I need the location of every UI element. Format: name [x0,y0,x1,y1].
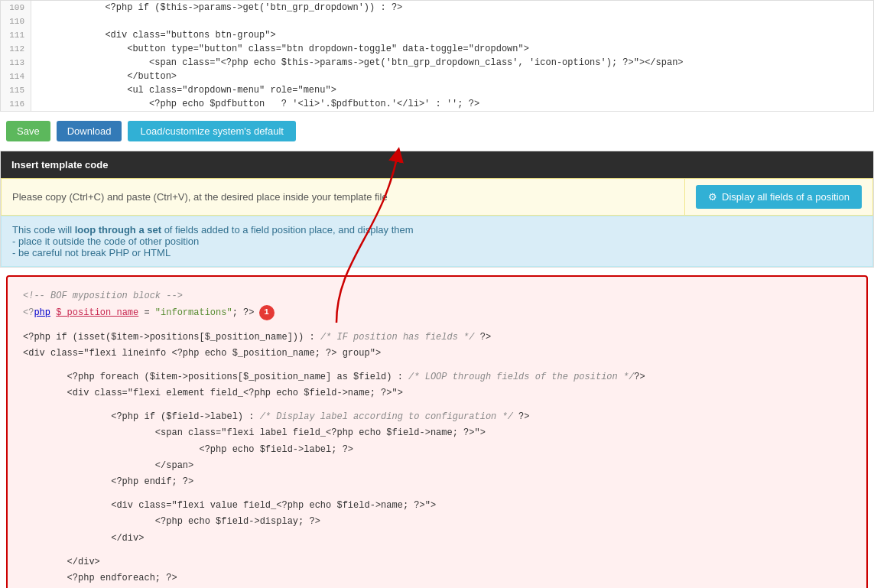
info-blue: This code will loop through a set of fie… [1,216,873,267]
template-line-2: <?php $_position_name = "informations"; … [23,305,851,320]
code-line: 109 <?php if ($this->params->get('btn_gr… [1,1,873,15]
line-number: 115 [1,83,31,97]
template-line-13: </span> [23,459,851,473]
download-button[interactable]: Download [57,121,122,141]
line-number: 116 [1,97,31,111]
save-button[interactable]: Save [6,121,50,141]
line-content: <ul class="dropdown-menu" role="menu"> [31,83,336,97]
template-line-7: <?php foreach ($item->positions[$_positi… [23,370,851,385]
template-section: Insert template code Please copy (Ctrl+C… [0,151,874,268]
code-editor: 109 <?php if ($this->params->get('btn_gr… [0,0,874,112]
line-content: <?php if ($this->params->get('btn_grp_dr… [31,1,402,15]
line-content [31,15,39,28]
code-line: 110 [1,15,873,28]
code-line: 113 <span class="<?php echo $this->param… [1,56,873,70]
display-fields-container: ⚙ Display all fields of a position [685,178,873,216]
code-line: 112 <button type="button" class="btn dro… [1,42,873,56]
template-code-block: <!-- BOF myposition block --> <?php $_po… [6,275,868,588]
line-number: 111 [1,28,31,42]
display-fields-label: Display all fields of a position [722,191,850,203]
line-content: <button type="button" class="btn dropdow… [31,42,529,56]
template-line-16: <div class="flexi value field_<?php echo… [23,499,851,513]
line-number: 114 [1,70,31,83]
line-number: 112 [1,42,31,56]
line-number: 113 [1,56,31,70]
main-wrapper: 109 <?php if ($this->params->get('btn_gr… [0,0,874,588]
code-line: 116 <?php echo $pdfbutton ? '<li>'.$pdfb… [1,97,873,111]
template-line-11: <span class="flexi label field_<?php ech… [23,426,851,440]
badge-1: 1 [259,305,275,320]
template-line-20: </div> [23,555,851,570]
display-fields-button[interactable]: ⚙ Display all fields of a position [696,185,862,209]
line-content: </button> [31,70,177,83]
template-line-1: <!-- BOF myposition block --> [23,289,851,304]
insert-template-label: Insert template code [11,159,108,171]
line-number: 109 [1,1,31,15]
gear-icon: ⚙ [708,191,717,203]
load-button[interactable]: Load/customize system's default [128,121,295,141]
template-line-12: <?php echo $field->label; ?> [23,443,851,457]
info-yellow-text: Please copy (Ctrl+C) and paste (Ctrl+V),… [12,191,388,203]
toolbar: Save Download Load/customize system's de… [0,112,874,151]
info-blue-line1: This code will loop through a set of fie… [12,224,414,236]
code-line: 115 <ul class="dropdown-menu" role="menu… [1,83,873,97]
template-line-8: <div class="flexi element field_<?php ec… [23,386,851,401]
line-content: <?php echo $pdfbutton ? '<li>'.$pdfbutto… [31,97,479,111]
template-line-5: <div class="flexi lineinfo <?php echo $_… [23,346,851,361]
info-yellow: Please copy (Ctrl+C) and paste (Ctrl+V),… [1,178,685,216]
line-number: 110 [1,15,31,28]
line-content: <span class="<?php echo $this->params->g… [31,56,684,70]
line-content: <div class="buttons btn-group"> [31,28,276,42]
info-row: Please copy (Ctrl+C) and paste (Ctrl+V),… [1,178,873,216]
insert-template-header: Insert template code [1,151,873,178]
code-line: 114 </button> [1,70,873,83]
template-line-21: <?php endforeach; ?> [23,571,851,586]
info-blue-line2: - place it outside the code of other pos… [12,236,199,247]
code-line: 111 <div class="buttons btn-group"> [1,28,873,42]
template-line-10: <?php if ($field->label) : /* Display la… [23,410,851,424]
template-line-14: <?php endif; ?> [23,475,851,489]
info-blue-line3: - be careful not break PHP or HTML [12,247,171,258]
template-line-18: </div> [23,531,851,546]
template-line-17: <?php echo $field->display; ?> [23,515,851,529]
template-line-4: <?php if (isset($item->positions[$_posit… [23,330,851,345]
